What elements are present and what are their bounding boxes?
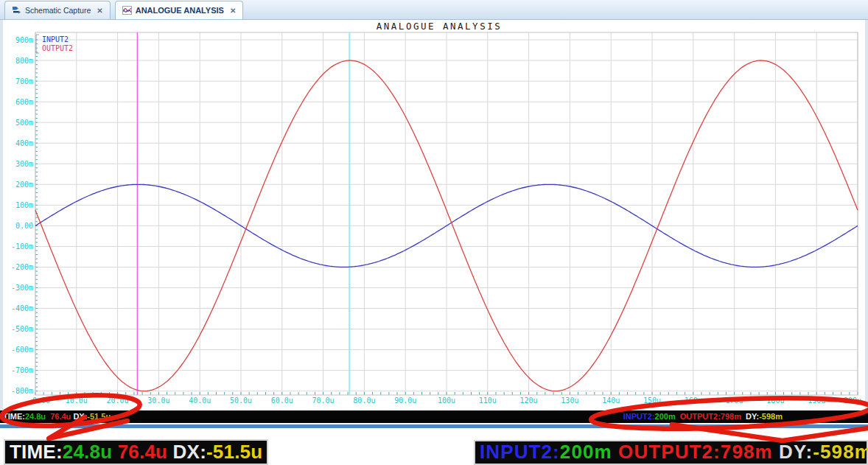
readout-segment: -51.5u xyxy=(206,441,262,463)
readout-segment: DY: xyxy=(773,441,813,463)
y-tick-label: -800m xyxy=(11,387,33,395)
schematic-icon xyxy=(12,6,21,15)
readout-segment: OUTPUT2: xyxy=(676,412,721,421)
readout-segment: 76.4u xyxy=(112,441,167,463)
x-tick-label: 150u xyxy=(643,396,661,405)
y-tick-label: -700m xyxy=(11,366,33,374)
tab-analogue-analysis[interactable]: ANALOGUE ANALYSIS ✕ xyxy=(115,1,244,19)
window-bottom-edge xyxy=(0,424,868,428)
x-tick-label: 180u xyxy=(766,396,784,405)
y-tick-label: -600m xyxy=(11,346,33,354)
readout-segment: 200m xyxy=(655,412,676,421)
x-tick-label: 70.0u xyxy=(312,396,335,405)
x-tick-label: 110u xyxy=(479,396,497,405)
y-tick-label: 800m xyxy=(15,57,33,65)
y-tick-label: 500m xyxy=(15,119,33,127)
y-tick-label: 900m xyxy=(15,36,33,44)
readout-segment: INPUT2: xyxy=(623,412,655,421)
y-tick-label: -200m xyxy=(11,263,33,271)
readout-segment: OUTPUT2:798m xyxy=(612,441,773,463)
readout-segment: TIME: xyxy=(10,441,63,463)
tab-label: Schematic Capture xyxy=(25,6,91,15)
y-tick-label: 100m xyxy=(15,201,33,209)
chart-title: ANALOGUE ANALYSIS xyxy=(377,21,502,32)
y-tick-label: -400m xyxy=(11,304,33,312)
close-icon[interactable]: ✕ xyxy=(94,7,102,15)
x-tick-label: 90.0u xyxy=(394,396,416,405)
close-icon[interactable]: ✕ xyxy=(228,7,236,15)
readout-segment: -51.5u xyxy=(87,412,111,421)
time-readout: TIME:24.8u 76.4u DX:-51.5u xyxy=(3,410,111,423)
x-tick-label: 100u xyxy=(438,396,455,405)
readout-segment: 76.4u xyxy=(46,412,71,421)
readout-segment: -598m xyxy=(813,441,868,463)
y-tick-label: 700m xyxy=(15,77,33,85)
y-tick-label: -100m xyxy=(11,242,33,251)
analogue-analysis-window: Schematic Capture ✕ ANALOGUE ANALYSIS ✕ … xyxy=(0,0,868,465)
readout-segment: 798m xyxy=(721,412,741,421)
readout-segment: -598m xyxy=(759,412,783,421)
y-tick-label: 0.00 xyxy=(15,222,33,230)
readout-segment: INPUT2: xyxy=(480,441,560,463)
callout-values: INPUT2:200m OUTPUT2:798m DY:-598m xyxy=(474,440,868,465)
readout-segment: DY: xyxy=(741,412,759,421)
waveform-icon xyxy=(122,6,132,15)
y-tick-label: 300m xyxy=(15,160,33,168)
y-tick-label: 200m xyxy=(15,181,33,189)
x-tick-label: 40.0u xyxy=(189,396,211,405)
readout-segment: DX: xyxy=(71,412,87,421)
x-tick-label: 50.0u xyxy=(230,396,252,405)
y-tick-label: -500m xyxy=(11,325,33,333)
legend-label-input2: INPUT2 xyxy=(42,35,69,43)
x-tick-label: 0.00 xyxy=(32,396,50,405)
x-tick-label: 20.0u xyxy=(107,396,129,405)
tab-schematic-capture[interactable]: Schematic Capture ✕ xyxy=(4,1,111,19)
readout-segment: 24.8u xyxy=(63,441,113,463)
x-tick-label: 10.0u xyxy=(66,396,88,405)
x-tick-label: 160u xyxy=(685,396,702,405)
readout-segment: 200m xyxy=(560,441,612,463)
readout-segment: DX: xyxy=(167,441,206,463)
legend-label-output2: OUTPUT2 xyxy=(42,44,73,52)
tab-bar: Schematic Capture ✕ ANALOGUE ANALYSIS ✕ xyxy=(0,0,868,20)
analysis-chart[interactable]: INPUT2OUTPUT2900m800m700m600m500m400m300… xyxy=(0,19,868,410)
status-bar: TIME:24.8u 76.4u DX:-51.5u INPUT2:200m O… xyxy=(0,410,868,423)
readout-segment: 24.8u xyxy=(25,412,46,421)
x-tick-label: 170u xyxy=(726,396,743,405)
readout-segment: TIME: xyxy=(3,412,25,421)
x-tick-label: 60.0u xyxy=(271,396,293,405)
grid xyxy=(35,32,858,395)
x-tick-label: 140u xyxy=(602,396,620,405)
graph-window: INPUT2OUTPUT2900m800m700m600m500m400m300… xyxy=(0,19,868,410)
y-tick-label: -300m xyxy=(11,284,33,292)
x-tick-label: 120u xyxy=(520,396,538,405)
y-tick-label: 400m xyxy=(15,139,33,147)
x-tick-label: 190u xyxy=(808,396,825,405)
callout-time: TIME:24.8u 76.4u DX:-51.5u xyxy=(4,439,268,465)
x-tick-label: 130u xyxy=(561,396,578,405)
y-tick-label: 600m xyxy=(15,98,33,106)
x-tick-label: 200u xyxy=(844,396,861,405)
values-readout: INPUT2:200m OUTPUT2:798m DY:-598m xyxy=(623,410,783,423)
x-tick-label: 30.0u xyxy=(147,396,169,405)
x-tick-label: 80.0u xyxy=(353,396,375,405)
tab-label: ANALOGUE ANALYSIS xyxy=(136,6,224,15)
